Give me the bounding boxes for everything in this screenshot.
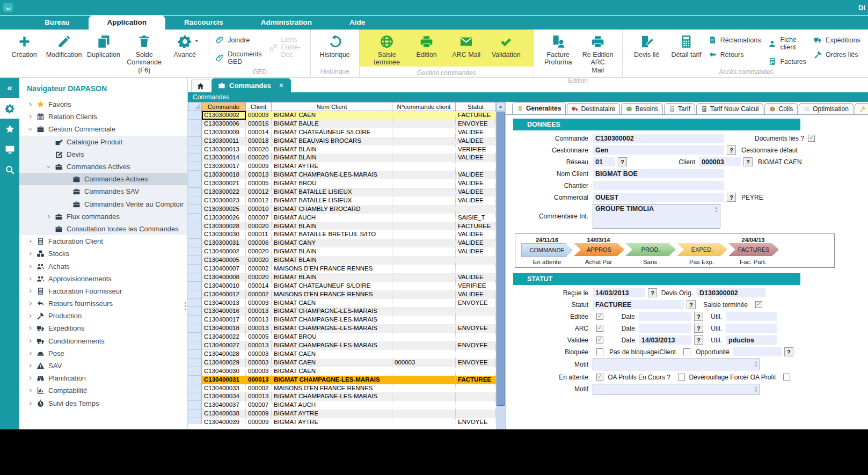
motif-textarea[interactable]: ▲▼: [593, 384, 760, 394]
modules-button[interactable]: [0, 98, 19, 119]
oa-profils-en-cours-checkbox[interactable]: [678, 374, 685, 381]
arc-mail-button[interactable]: ARC Mail: [447, 32, 486, 59]
chevron-right-icon[interactable]: [45, 214, 53, 220]
sidebar-item-approvisionnements[interactable]: Approvisionnements: [19, 273, 187, 285]
util-input[interactable]: [726, 312, 777, 321]
sidebar-item-consultation-toutes-les-commandes[interactable]: Consultation toutes les Commandes: [19, 223, 187, 235]
documents-ged-button[interactable]: Documents GED: [216, 50, 261, 65]
chantier-input[interactable]: [593, 181, 724, 190]
row-selector[interactable]: [188, 273, 202, 282]
sidebar-item-comptabilite[interactable]: Comptabilité: [19, 384, 187, 397]
chevron-right-icon[interactable]: [26, 251, 34, 257]
ordres-lies-button[interactable]: Ordres liés: [814, 50, 860, 59]
table-row[interactable]: C130300011000018BIGMAT BEAUVAIS BROCARSV…: [188, 137, 496, 145]
table-row[interactable]: C130400012000002MAISONS D'EN FRANCE RENN…: [188, 290, 496, 299]
date-input[interactable]: 14/03/2013: [639, 335, 691, 345]
home-tab[interactable]: [191, 79, 209, 92]
reseau-input[interactable]: 01: [593, 157, 615, 166]
table-row[interactable]: C130300013000020BIGMAT BLAINVERIFIEE: [188, 145, 496, 154]
chevron-right-icon[interactable]: [26, 375, 34, 381]
row-selector[interactable]: [188, 299, 202, 308]
tab-tarif[interactable]: Tarif: [664, 103, 695, 114]
devis-orig-input[interactable]: D130300002: [697, 288, 765, 297]
commentaire-int-textarea[interactable]: GROUPE TIMOLIA▲▼: [593, 204, 720, 229]
table-row[interactable]: C130400013000003BIGMAT CAENENVOYEE: [188, 299, 496, 308]
row-selector[interactable]: [188, 230, 202, 239]
row-selector[interactable]: [188, 418, 202, 424]
menu-tab-application[interactable]: Application: [89, 16, 166, 30]
sidebar-item-pose[interactable]: Pose: [19, 347, 187, 360]
table-row[interactable]: C130400038000009BIGMAT AYTRE: [188, 410, 496, 418]
client-input[interactable]: 000003: [699, 157, 741, 166]
textarea-scroll-arrows[interactable]: ▲▼: [713, 205, 719, 228]
tab-pose[interactable]: Pose: [855, 103, 868, 114]
gestionnaire-input[interactable]: Gen: [593, 145, 724, 155]
table-row[interactable]: C130300021000005BIGMAT BROUVALIDEE: [188, 179, 496, 188]
row-selector[interactable]: [188, 137, 202, 145]
deverouillage-force-oa-profil-checkbox[interactable]: [783, 374, 790, 381]
retours-button[interactable]: Retours: [709, 50, 761, 59]
col-header-commande[interactable]: Commande: [202, 102, 246, 111]
screens-button[interactable]: [0, 139, 19, 159]
chevron-down-icon[interactable]: [26, 126, 34, 132]
row-selector[interactable]: [188, 196, 202, 205]
sidebar-item-devis[interactable]: Devis: [19, 148, 187, 160]
table-row[interactable]: C130400022000005BIGMAT BROU: [188, 333, 496, 341]
table-row[interactable]: C130400008000020BIGMAT BLAINVALIDEE: [188, 273, 496, 282]
row-selector[interactable]: [188, 239, 202, 247]
sidebar-item-sav[interactable]: SAV: [19, 360, 187, 372]
statut-help-button[interactable]: ?: [687, 300, 696, 309]
opportunite-help-button[interactable]: ?: [784, 347, 793, 356]
table-row[interactable]: C130400033000002MAISONS D'EN FRANCE RENN…: [188, 384, 496, 393]
util-input[interactable]: pduclos: [726, 335, 777, 345]
statut-input[interactable]: FACTUREE: [593, 300, 684, 309]
tab-generalites[interactable]: Généralités: [512, 102, 566, 114]
joindre-button[interactable]: Joindre: [216, 36, 261, 44]
scroll-thumb[interactable]: [497, 112, 505, 406]
sidebar-item-planification[interactable]: Planification: [19, 372, 187, 384]
col-header-select[interactable]: [188, 102, 202, 111]
row-selector[interactable]: [188, 171, 202, 179]
collapse-button[interactable]: «: [0, 78, 19, 98]
chevron-right-icon[interactable]: [26, 288, 34, 294]
sidebar-item-suivi-des-temps[interactable]: Suivi des Temps: [19, 397, 187, 410]
date-input[interactable]: [639, 324, 691, 333]
chevron-right-icon[interactable]: [26, 101, 34, 107]
search-button[interactable]: [0, 159, 19, 180]
tab-colis[interactable]: Colis: [764, 103, 798, 114]
table-row[interactable]: C130400002000020BIGMAT BLAINVALIDEE: [188, 247, 496, 256]
dropdown-caret-icon[interactable]: [194, 38, 200, 46]
chevron-right-icon[interactable]: [26, 325, 34, 331]
row-selector[interactable]: [188, 367, 202, 376]
tab-optimisation[interactable]: Optimisation: [799, 103, 854, 114]
sidebar-item-commandes-vente-au-comptoir[interactable]: Commandes Vente au Comptoir: [19, 198, 187, 210]
date-help-button[interactable]: ?: [694, 312, 703, 321]
row-selector[interactable]: [188, 376, 202, 384]
motif-textarea[interactable]: ▲▼: [593, 359, 760, 370]
table-row[interactable]: C130300006000016BIGMAT BAULEENVOYEE: [188, 120, 496, 128]
table-row[interactable]: C130400031000013BIGMAT CHAMPAGNE-LES-MAR…: [188, 376, 496, 384]
arc-checkbox[interactable]: [596, 325, 603, 332]
sidebar-item-flux-commandes[interactable]: Flux commandes: [19, 210, 187, 223]
date-input[interactable]: [639, 312, 691, 321]
sidebar-item-gestion-commerciale[interactable]: Gestion Commerciale: [19, 123, 187, 135]
date-help-button[interactable]: ?: [694, 324, 703, 333]
re-edition-arc-mail-button[interactable]: Re Edition ARC Mail: [578, 32, 618, 74]
row-selector[interactable]: [188, 324, 202, 333]
tab-destinataire[interactable]: Destinataire: [567, 103, 620, 114]
col-header-statut[interactable]: Statut: [456, 102, 496, 111]
validation-button[interactable]: Validation: [486, 32, 526, 59]
chevron-right-icon[interactable]: [26, 276, 34, 282]
edition-button[interactable]: Edition: [407, 32, 447, 59]
editee-checkbox[interactable]: [596, 313, 603, 320]
scroll-up-button[interactable]: ▲: [496, 102, 505, 111]
pas-de-bloquage-client-checkbox[interactable]: [683, 348, 690, 355]
row-selector[interactable]: [188, 392, 202, 401]
row-selector[interactable]: [188, 401, 202, 410]
row-selector[interactable]: [188, 265, 202, 273]
table-row[interactable]: C130300026000007BIGMAT AUCHSAISIE_T: [188, 214, 496, 222]
row-selector[interactable]: [188, 205, 202, 214]
liens-entite-doc-button[interactable]: Liens Entité-Doc: [269, 36, 301, 59]
commercial-help-button[interactable]: ?: [727, 193, 736, 202]
table-row[interactable]: C130400028000003BIGMAT CAEN: [188, 350, 496, 359]
